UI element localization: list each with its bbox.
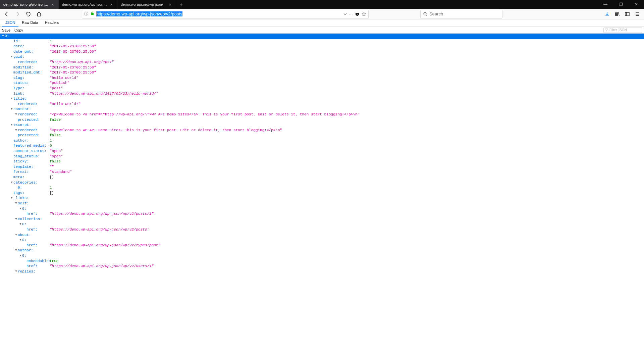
json-row[interactable]: ping_status:"open": [0, 154, 644, 159]
json-row[interactable]: ▼0:: [0, 34, 644, 39]
svg-rect-2: [625, 12, 629, 16]
close-window-icon[interactable]: ✕: [629, 0, 644, 9]
info-icon[interactable]: ⓘ: [84, 11, 88, 17]
new-tab-button[interactable]: +: [176, 0, 186, 9]
pocket-icon[interactable]: [355, 12, 360, 16]
json-row[interactable]: ▼0:: [0, 238, 644, 243]
json-row[interactable]: sticky:false: [0, 159, 644, 164]
twisty-icon[interactable]: ▼: [14, 248, 18, 253]
json-row[interactable]: href:"https://demo.wp-api.org/wp-json/wp…: [0, 243, 644, 248]
json-row[interactable]: template:"": [0, 164, 644, 170]
json-row[interactable]: format:"standard": [0, 169, 644, 175]
browser-tab[interactable]: demo.wp-api.org/wp-json/ ×: [117, 0, 176, 9]
json-row[interactable]: href:"https://demo.wp-api.org/wp-json/wp…: [0, 264, 644, 269]
twisty-icon[interactable]: ▼: [14, 128, 18, 133]
json-row[interactable]: ▼0:: [0, 206, 644, 212]
twisty-icon[interactable]: ▼: [14, 217, 18, 222]
json-row[interactable]: date_gmt:"2017-05-23T06:25:50": [0, 49, 644, 55]
tab-json[interactable]: JSON: [2, 19, 18, 27]
json-row[interactable]: slug:"hello-world": [0, 76, 644, 81]
twisty-icon[interactable]: ▼: [10, 122, 13, 128]
json-row[interactable]: protected:false: [0, 117, 644, 123]
json-row[interactable]: ▼collection:: [0, 217, 644, 222]
json-row[interactable]: rendered:"http://demo.wp-api.org/?p=1": [0, 60, 644, 65]
json-row[interactable]: ▼title:: [0, 96, 644, 102]
json-row[interactable]: ▼rendered:"<p>Welcome to WP API Demo Sit…: [0, 128, 644, 133]
forward-button[interactable]: [13, 9, 22, 19]
json-row[interactable]: rendered:"Hello world!": [0, 102, 644, 107]
twisty-icon[interactable]: ▼: [19, 206, 22, 212]
save-button[interactable]: Save: [2, 28, 10, 32]
json-row[interactable]: ▼excerpt:: [0, 122, 644, 128]
maximize-icon[interactable]: ❐: [613, 0, 629, 9]
json-row[interactable]: ▼author:: [0, 248, 644, 253]
json-row[interactable]: href:"https://demo.wp-api.org/wp-json/wp…: [0, 211, 644, 217]
menu-icon[interactable]: [633, 9, 642, 19]
browser-tab[interactable]: demo.wp-api.org/wp-json/wp/v2/ ×: [0, 0, 59, 9]
back-button[interactable]: [2, 9, 11, 19]
dropdown-icon[interactable]: [343, 12, 347, 16]
tab-headers[interactable]: Headers: [42, 19, 62, 27]
json-row[interactable]: author:1: [0, 138, 644, 144]
home-button[interactable]: [34, 9, 44, 19]
json-row[interactable]: 0:1: [0, 185, 644, 191]
json-row[interactable]: tags:[]: [0, 191, 644, 196]
browser-tab[interactable]: demo.wp-api.org/wp-json/wp/v2/ ×: [59, 0, 117, 9]
json-row[interactable]: ▼about:: [0, 233, 644, 238]
url-text[interactable]: https://demo.wp-api.org/wp-json/wp/v2/po…: [96, 11, 341, 16]
twisty-icon[interactable]: ▼: [14, 233, 18, 238]
sidebar-icon[interactable]: [623, 9, 632, 19]
copy-button[interactable]: Copy: [14, 28, 23, 32]
twisty-icon[interactable]: ▼: [10, 54, 13, 60]
json-row[interactable]: type:"post": [0, 86, 644, 91]
twisty-icon[interactable]: ▼: [10, 96, 13, 102]
close-icon[interactable]: ×: [109, 2, 114, 7]
twisty-icon[interactable]: ▼: [19, 222, 22, 227]
library-icon[interactable]: [612, 9, 622, 19]
close-icon[interactable]: ×: [50, 2, 55, 7]
json-row[interactable]: id:1: [0, 39, 644, 44]
json-row[interactable]: date:"2017-05-23T06:25:50": [0, 44, 644, 49]
twisty-icon[interactable]: ▼: [14, 112, 18, 117]
json-row[interactable]: status:"publish": [0, 81, 644, 86]
json-row[interactable]: ▼_links:: [0, 196, 644, 201]
json-row[interactable]: ▼rendered:"<p>Welcome to <a href=\"http:…: [0, 112, 644, 117]
reload-button[interactable]: [23, 9, 33, 19]
bookmark-icon[interactable]: [362, 12, 366, 16]
minimize-icon[interactable]: —: [598, 0, 613, 9]
search-placeholder: Search: [429, 11, 443, 16]
twisty-icon[interactable]: ▼: [14, 201, 18, 206]
json-row[interactable]: ▼replies:: [0, 269, 644, 275]
json-row[interactable]: modified_gmt:"2017-05-23T06:25:50": [0, 70, 644, 76]
json-row[interactable]: ▼0:: [0, 253, 644, 259]
json-row[interactable]: ▼self:: [0, 201, 644, 206]
twisty-icon[interactable]: ▼: [10, 196, 13, 201]
json-key: self:: [18, 201, 29, 206]
json-row[interactable]: ▼guid:: [0, 54, 644, 60]
json-row[interactable]: meta:[]: [0, 175, 644, 180]
filter-json-input[interactable]: Filter JSON: [603, 28, 642, 33]
twisty-icon[interactable]: ▼: [14, 269, 18, 275]
twisty-icon[interactable]: ▼: [10, 180, 13, 186]
twisty-icon[interactable]: ▼: [19, 238, 22, 243]
json-row[interactable]: link:"https://demo.wp-api.org/2017/05/23…: [0, 91, 644, 97]
json-tree[interactable]: ▼0:id:1date:"2017-05-23T06:25:50"date_gm…: [0, 34, 644, 349]
twisty-icon[interactable]: ▼: [19, 253, 22, 259]
json-row[interactable]: embeddable:true: [0, 259, 644, 264]
twisty-icon[interactable]: ▼: [1, 34, 5, 39]
twisty-icon[interactable]: ▼: [10, 107, 13, 112]
json-row[interactable]: protected:false: [0, 133, 644, 138]
json-row[interactable]: ▼0:: [0, 222, 644, 227]
url-bar[interactable]: ⓘ https://demo.wp-api.org/wp-json/wp/v2/…: [82, 10, 369, 18]
json-row[interactable]: ▼content:: [0, 107, 644, 112]
tab-raw-data[interactable]: Raw Data: [18, 19, 41, 27]
search-bar[interactable]: Search: [420, 10, 502, 18]
json-row[interactable]: ▼categories:: [0, 180, 644, 186]
json-row[interactable]: href:"https://demo.wp-api.org/wp-json/wp…: [0, 227, 644, 233]
downloads-icon[interactable]: [602, 9, 612, 19]
json-row[interactable]: featured_media:0: [0, 143, 644, 149]
page-actions-icon[interactable]: ⋯: [349, 12, 353, 16]
json-row[interactable]: modified:"2017-05-23T06:25:50": [0, 65, 644, 70]
close-icon[interactable]: ×: [168, 2, 172, 7]
json-row[interactable]: comment_status:"open": [0, 149, 644, 154]
